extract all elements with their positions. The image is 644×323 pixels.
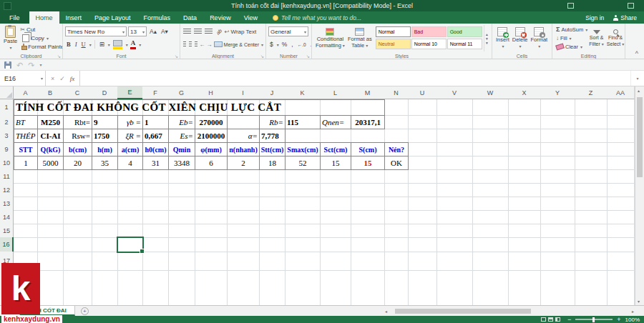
column-header-I[interactable]: I <box>227 86 260 99</box>
cell-L2[interactable]: Qnen= <box>321 116 351 129</box>
cell-style-normal[interactable]: Normal <box>376 26 411 37</box>
font-color-button[interactable]: A <box>131 40 136 46</box>
page-layout-view-icon[interactable] <box>548 317 553 322</box>
insert-function-icon[interactable]: fx <box>70 75 75 82</box>
number-dialog-launcher-icon[interactable]: ↘ <box>306 54 310 59</box>
tab-insert[interactable]: Insert <box>59 11 89 24</box>
cell-D10[interactable]: 35 <box>92 156 117 169</box>
column-header-L[interactable]: L <box>320 86 351 99</box>
cell-B3[interactable]: CI-AI <box>38 129 63 142</box>
restore-window-icon[interactable] <box>628 3 634 9</box>
align-left-icon[interactable] <box>183 41 186 47</box>
align-middle-icon[interactable] <box>194 29 202 34</box>
cell-I10[interactable]: 2 <box>228 156 259 169</box>
cell-N10[interactable]: OK <box>385 156 408 169</box>
cell-D3[interactable]: 1750 <box>92 129 117 142</box>
cell-E3[interactable]: ξR = <box>118 129 142 142</box>
sort-filter-button[interactable]: Sort & Filter ▾ <box>587 25 605 51</box>
cell-A9[interactable]: STT <box>14 143 37 156</box>
fill-color-button[interactable] <box>113 40 122 46</box>
column-header-G[interactable]: G <box>168 86 195 99</box>
row-header-15[interactable]: 15 <box>0 224 14 238</box>
column-header-E[interactable]: E <box>117 86 143 99</box>
vertical-scrollbar-thumb[interactable] <box>637 97 643 177</box>
clear-button[interactable]: Clear ▾ <box>556 42 587 51</box>
column-header-C[interactable]: C <box>63 86 92 99</box>
number-format-select[interactable]: General ▾ <box>268 26 308 36</box>
copy-button[interactable]: Copy ▾ <box>20 34 63 42</box>
tab-file[interactable]: File <box>0 11 29 24</box>
cell-K10[interactable]: 52 <box>286 156 320 169</box>
wrap-text-button[interactable]: ↩ Wrap Text <box>225 27 256 36</box>
cell-style-neutral[interactable]: Neutral <box>376 39 411 49</box>
cell-K2[interactable]: 115 <box>286 116 320 129</box>
zoom-slider-thumb[interactable] <box>592 317 595 322</box>
cell-C9[interactable]: b(cm) <box>64 143 92 156</box>
cut-button[interactable]: ✂ Cut <box>20 25 63 34</box>
cell-I9[interactable]: n(nhanh) <box>228 143 259 156</box>
cell-N9[interactable]: Nén? <box>385 143 408 156</box>
paste-button[interactable]: Paste ▾ <box>2 25 19 51</box>
cell-E2[interactable]: γb = <box>118 116 142 129</box>
sign-in-link[interactable]: Sign in <box>578 11 611 24</box>
cell-F10[interactable]: 31 <box>143 156 168 169</box>
cell-A2[interactable]: BT <box>14 116 37 129</box>
scroll-up-icon[interactable]: ▴ <box>638 88 640 93</box>
merge-center-button[interactable]: Merge & Center ▾ <box>214 40 263 49</box>
borders-button[interactable]: ⊞ <box>98 39 106 49</box>
cell-A10[interactable]: 1 <box>14 156 37 169</box>
scroll-left-icon[interactable]: ◂ <box>385 309 387 314</box>
cell-G3[interactable]: Es= <box>169 129 195 142</box>
row-header-12[interactable]: 12 <box>0 183 14 197</box>
tab-formulas[interactable]: Formulas <box>137 11 177 24</box>
cell-H9[interactable]: φ(mm) <box>195 143 227 156</box>
cell-C2[interactable]: Rbt= <box>64 116 92 129</box>
cell-H2[interactable]: 270000 <box>195 116 227 129</box>
increase-indent-icon[interactable]: → <box>207 41 213 48</box>
scroll-right-icon[interactable]: ▸ <box>632 309 634 314</box>
decrease-font-size-button[interactable]: A▾ <box>160 26 170 36</box>
align-center-icon[interactable] <box>189 41 192 47</box>
underline-button[interactable]: U <box>80 39 87 49</box>
increase-font-size-button[interactable]: A▴ <box>148 26 158 36</box>
column-header-AA[interactable]: AA <box>607 86 635 99</box>
cell-C3[interactable]: Rsw= <box>64 129 92 142</box>
zoom-out-button[interactable]: − <box>567 317 571 323</box>
cell-A3[interactable]: THÉP <box>14 129 37 142</box>
conditional-formatting-button[interactable]: Conditional Formatting ▾ <box>314 25 346 51</box>
row-header-14[interactable]: 14 <box>0 210 14 224</box>
zoom-level[interactable]: 100% <box>625 317 640 323</box>
cell-D9[interactable]: h(m) <box>92 143 117 156</box>
align-bottom-icon[interactable] <box>205 29 213 34</box>
cell-B2[interactable]: M250 <box>38 116 63 129</box>
share-button[interactable]: Share <box>611 11 644 24</box>
row-header-1[interactable]: 1 <box>0 99 14 116</box>
cell-style-good[interactable]: Good <box>447 26 482 37</box>
zoom-slider[interactable] <box>575 319 613 320</box>
find-select-button[interactable]: Find & Select ▾ <box>605 25 625 51</box>
gallery-more-icon[interactable]: ▾ <box>486 41 488 45</box>
customize-qat-icon[interactable]: ▾ <box>39 62 42 67</box>
column-header-D[interactable]: D <box>92 86 118 99</box>
font-dialog-launcher-icon[interactable]: ↘ <box>175 54 178 59</box>
vertical-scrollbar[interactable]: ▴ ▾ <box>635 86 644 305</box>
cell-I3[interactable]: α= <box>228 129 259 142</box>
name-box[interactable]: E16 ▾ <box>0 71 46 86</box>
cell-A1[interactable]: TÍNH CỐT ĐAI KHÔNG CỐT XIÊN CHỊU LỰC CẮT <box>14 100 384 115</box>
spreadsheet-grid[interactable]: TÍNH CỐT ĐAI KHÔNG CỐT XIÊN CHỊU LỰC CẮT… <box>0 86 635 305</box>
tab-review[interactable]: Review <box>203 11 238 24</box>
column-header-K[interactable]: K <box>285 86 321 99</box>
expand-formula-bar-icon[interactable]: ▾ <box>630 71 644 86</box>
column-header-B[interactable]: B <box>37 86 64 99</box>
delete-cells-button[interactable]: Delete ▾ <box>511 25 530 51</box>
italic-button[interactable]: I <box>74 39 79 49</box>
cell-L10[interactable]: 15 <box>321 156 351 169</box>
row-header-11[interactable]: 11 <box>0 169 14 184</box>
redo-icon[interactable]: ↷ <box>28 61 34 69</box>
align-top-icon[interactable] <box>183 29 191 34</box>
cell-E10[interactable]: 4 <box>118 156 142 169</box>
cell-C10[interactable]: 20 <box>64 156 92 169</box>
column-header-F[interactable]: F <box>142 86 169 99</box>
column-header-M[interactable]: M <box>351 86 385 99</box>
orientation-button[interactable]: ab <box>215 28 223 35</box>
